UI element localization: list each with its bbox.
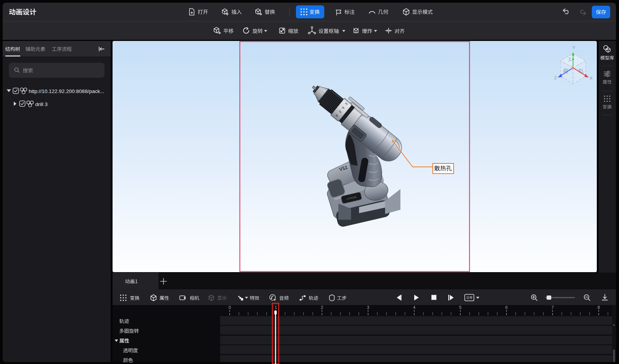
svg-text:3: 3 (367, 305, 369, 310)
svg-text:7: 7 (551, 305, 554, 310)
svg-text:X: X (590, 76, 593, 80)
svg-text:drill 3: drill 3 (35, 101, 47, 107)
svg-text:Y: Y (572, 45, 575, 50)
svg-text:5: 5 (459, 305, 461, 310)
svg-text:8: 8 (598, 305, 600, 310)
svg-text:0: 0 (229, 305, 231, 310)
svg-text:http://10.122.92.200:8088/pack: http://10.122.92.200:8088/pack... (29, 88, 104, 94)
svg-text:4: 4 (413, 305, 415, 310)
svg-text:Z: Z (554, 75, 557, 80)
svg-text:1: 1 (274, 305, 277, 310)
svg-text:2: 2 (321, 305, 323, 310)
svg-text:6: 6 (505, 305, 508, 310)
